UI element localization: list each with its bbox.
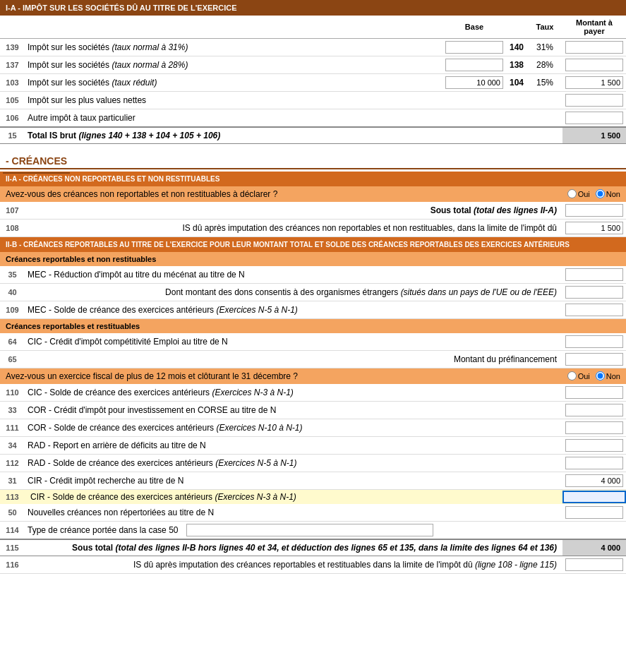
input-106-montant[interactable]: [565, 112, 623, 124]
table-row: 105 Impôt sur les plus values nettes: [0, 92, 626, 109]
row-110-montant[interactable]: [562, 384, 626, 402]
line-num-109: 109: [0, 301, 25, 318]
radio-group-iib: Oui Non: [533, 371, 620, 380]
row-103-montant[interactable]: [562, 74, 626, 92]
question-iia-label: Avez-vous des créances non reportables e…: [0, 186, 527, 202]
input-113-montant[interactable]: [562, 491, 626, 503]
row-33-label: COR - Crédit d'impôt pour investissement…: [25, 401, 562, 419]
row-112-montant[interactable]: [562, 454, 626, 472]
line-num-107: 107: [0, 202, 25, 220]
line-num-114: 114: [0, 521, 25, 539]
row-115-label: Sous total (total des lignes II-B hors l…: [25, 539, 562, 556]
row-65-label: Montant du préfinancement: [25, 350, 562, 368]
row-116-montant[interactable]: [562, 556, 626, 573]
input-112-montant[interactable]: [565, 457, 623, 469]
input-35-montant[interactable]: [565, 268, 623, 281]
radio-oui-iib-input[interactable]: [567, 371, 577, 380]
input-116-montant[interactable]: [565, 558, 623, 571]
table-row: 107 Sous total (total des lignes II-A): [0, 202, 626, 220]
table-row: 50 Nouvelles créances non répertoriées a…: [0, 504, 626, 522]
radio-non-iia[interactable]: Non: [596, 189, 620, 198]
row-137-base[interactable]: [443, 56, 506, 74]
row-107-montant[interactable]: [562, 202, 626, 220]
line-num-15: 15: [0, 127, 25, 144]
input-105-montant[interactable]: [565, 94, 623, 107]
line-num-111: 111: [0, 419, 25, 436]
input-33-montant[interactable]: [565, 404, 623, 416]
table-row: 108 IS dû après imputation des créances …: [0, 219, 626, 236]
row-106-base: [443, 109, 506, 128]
input-64-montant[interactable]: [565, 335, 623, 348]
input-103-base[interactable]: [445, 76, 503, 89]
input-34-montant[interactable]: [565, 439, 623, 452]
subsection2-title: Créances reportables et restituables: [0, 318, 626, 333]
row-105-montant[interactable]: [562, 92, 626, 109]
row-137-montant[interactable]: [562, 56, 626, 74]
row-106-montant[interactable]: [562, 109, 626, 128]
row-64-montant[interactable]: [562, 333, 626, 351]
question-row-iia: Avez-vous des créances non reportables e…: [0, 186, 626, 202]
row-111-montant[interactable]: [562, 419, 626, 436]
row-139-ref: 140: [506, 39, 527, 56]
row-139-montant[interactable]: [562, 39, 626, 56]
line-num-64: 64: [0, 333, 25, 351]
row-50-label: Nouvelles créances non répertoriées au t…: [25, 504, 562, 522]
input-40-montant[interactable]: [565, 286, 623, 299]
row-35-label: MEC - Réduction d'impôt au titre du mécé…: [25, 266, 562, 284]
input-31-montant[interactable]: [565, 474, 623, 487]
col-header-montant: Montant à payer: [562, 16, 626, 39]
input-109-montant[interactable]: [565, 304, 623, 316]
row-105-taux: [527, 92, 562, 109]
input-65-montant[interactable]: [565, 353, 623, 366]
line-num-112: 112: [0, 454, 25, 472]
row-109-montant[interactable]: [562, 301, 626, 318]
input-111-montant[interactable]: [565, 421, 623, 434]
row-113-montant[interactable]: [562, 489, 626, 504]
line-num-106: 106: [0, 109, 25, 128]
radio-group-iia: Oui Non: [533, 189, 620, 198]
input-103-montant[interactable]: [565, 76, 623, 89]
radio-oui-iia-input[interactable]: [567, 189, 577, 198]
row-115-montant: 4 000: [562, 539, 626, 556]
row-34-montant[interactable]: [562, 436, 626, 454]
col-header-base: Base: [443, 16, 506, 39]
row-35-montant[interactable]: [562, 266, 626, 284]
radio-oui-iib-label: Oui: [578, 372, 590, 380]
radio-non-iia-input[interactable]: [596, 189, 605, 198]
total-row-15: 15 Total IS brut (lignes 140 + 138 + 104…: [0, 127, 626, 144]
input-108-montant[interactable]: [565, 222, 623, 234]
row-33-montant[interactable]: [562, 401, 626, 419]
radio-oui-iib[interactable]: Oui: [567, 371, 590, 380]
input-114-text[interactable]: [186, 524, 433, 536]
row-105-ref: [506, 92, 527, 109]
line-num-33: 33: [0, 401, 25, 419]
table-row: 103 Impôt sur les sociétés (taux réduit)…: [0, 74, 626, 92]
row-31-montant[interactable]: [562, 472, 626, 489]
input-50-montant[interactable]: [565, 506, 623, 519]
line-num-65: 65: [0, 350, 25, 368]
row-139-base[interactable]: [443, 39, 506, 56]
row-103-base[interactable]: [443, 74, 506, 92]
row-65-montant[interactable]: [562, 350, 626, 368]
input-107-montant[interactable]: [565, 204, 623, 217]
col-header-label: [25, 16, 443, 39]
radio-non-iib-input[interactable]: [596, 371, 605, 380]
table-row: 64 CIC - Crédit d'impôt compétitivité Em…: [0, 333, 626, 351]
row-15-montant: 1 500: [562, 127, 626, 144]
row-108-montant[interactable]: [562, 219, 626, 236]
row-114-label: Type de créance portée dans la case 50: [25, 521, 562, 539]
input-139-base[interactable]: [445, 41, 503, 54]
line-num-137: 137: [0, 56, 25, 74]
row-50-montant[interactable]: [562, 504, 626, 522]
radio-oui-iia[interactable]: Oui: [567, 189, 590, 198]
radio-non-iib[interactable]: Non: [596, 371, 620, 380]
input-110-montant[interactable]: [565, 386, 623, 399]
row-40-montant[interactable]: [562, 283, 626, 301]
table-row: 110 CIC - Solde de créance des exercices…: [0, 384, 626, 402]
table-row: 31 CIR - Crédit impôt recherche au titre…: [0, 472, 626, 489]
line-num-34: 34: [0, 436, 25, 454]
creances-r-title: II-B - CRÉANCES REPORTABLES AU TITRE DE …: [0, 236, 626, 252]
input-137-montant[interactable]: [565, 59, 623, 71]
input-137-base[interactable]: [445, 59, 503, 71]
input-139-montant[interactable]: [565, 41, 623, 54]
